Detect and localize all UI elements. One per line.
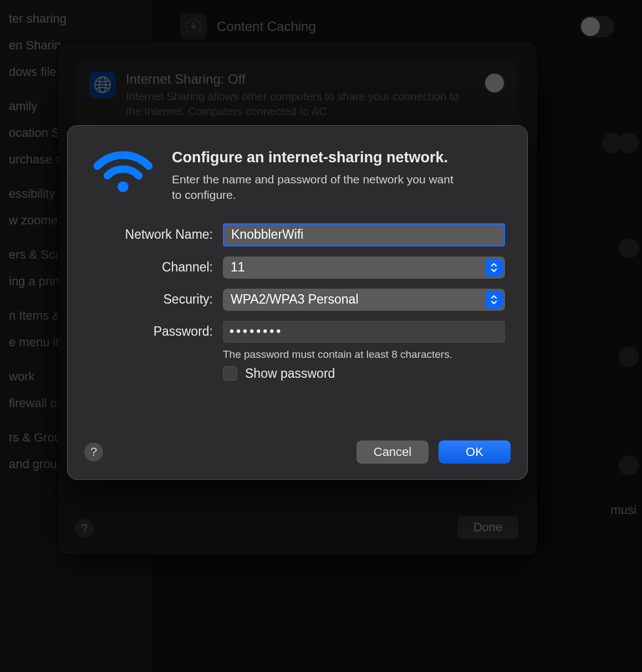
- password-label: Password:: [90, 324, 223, 339]
- form: Network Name: Channel: 11 Security: WPA2…: [68, 203, 527, 381]
- security-select[interactable]: WPA2/WPA3 Personal: [223, 289, 505, 311]
- chevron-updown-icon: [485, 259, 503, 276]
- configure-network-modal: Configure an internet-sharing network. E…: [67, 125, 528, 480]
- channel-label: Channel:: [90, 260, 223, 275]
- security-value: WPA2/WPA3 Personal: [231, 292, 359, 307]
- network-name-input[interactable]: [223, 223, 505, 247]
- show-password-checkbox[interactable]: [223, 366, 237, 381]
- chevron-updown-icon: [485, 291, 503, 309]
- password-input[interactable]: [223, 321, 505, 343]
- security-label: Security:: [90, 292, 223, 307]
- channel-select[interactable]: 11: [223, 257, 505, 279]
- ok-button[interactable]: OK: [439, 440, 511, 464]
- modal-title: Configure an internet-sharing network.: [172, 149, 460, 166]
- cancel-button[interactable]: Cancel: [356, 440, 429, 464]
- help-button[interactable]: ?: [84, 443, 103, 461]
- network-name-label: Network Name:: [90, 227, 223, 242]
- wifi-icon: [90, 149, 156, 203]
- modal-subtitle: Enter the name and password of the netwo…: [172, 172, 460, 203]
- show-password-label: Show password: [245, 366, 335, 381]
- password-hint: The password must contain at least 8 cha…: [223, 348, 505, 361]
- channel-value: 11: [231, 260, 245, 275]
- svg-point-4: [118, 181, 129, 192]
